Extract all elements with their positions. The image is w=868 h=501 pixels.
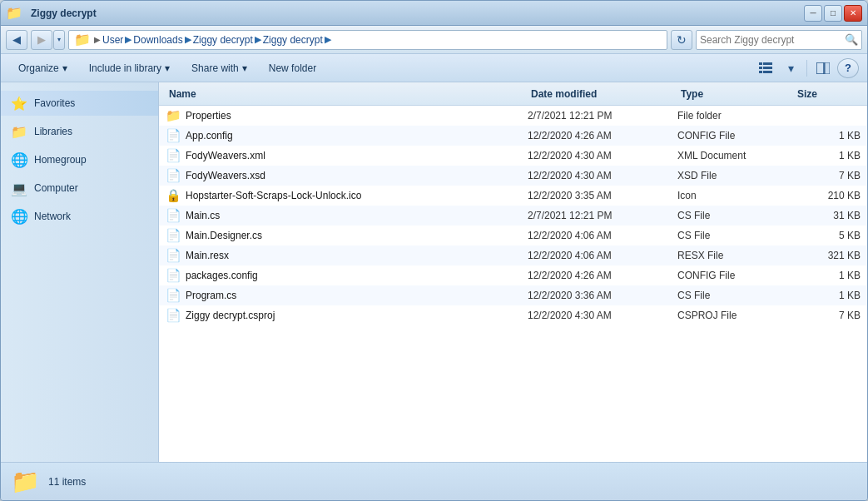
svg-rect-5 — [763, 71, 772, 73]
include-library-button[interactable]: Include in library ▾ — [80, 57, 179, 79]
breadcrumb-downloads[interactable]: Downloads — [133, 34, 182, 46]
file-name: Main.resx — [186, 250, 229, 261]
file-size: 1 KB — [794, 150, 861, 161]
sidebar-item-network[interactable]: 🌐 Network — [1, 204, 158, 229]
file-rows-container: 📁 Properties 2/7/2021 12:21 PM File fold… — [159, 106, 867, 325]
col-header-type[interactable]: Type — [677, 88, 794, 100]
svg-rect-6 — [816, 62, 824, 74]
file-size: 1 KB — [794, 130, 861, 141]
explorer-window: 📁 Ziggy decrypt ─ □ ✕ ◀ ▶ ▾ 📁 ▶ User ▶ D… — [0, 0, 868, 501]
file-name-cell: 📄 App.config — [166, 128, 528, 143]
file-size: 1 KB — [794, 290, 861, 301]
breadcrumb-ziggy2[interactable]: Ziggy decrypt — [263, 34, 323, 46]
toolbar-right: ▾ ? — [755, 58, 859, 78]
window-controls: ─ □ ✕ — [804, 5, 862, 22]
window-title: Ziggy decrypt — [31, 7, 97, 19]
svg-rect-1 — [763, 62, 772, 65]
share-with-dropdown-icon: ▾ — [242, 62, 247, 74]
table-row[interactable]: 📄 Main.Designer.cs 12/2/2020 4:06 AM CS … — [159, 226, 867, 246]
file-date: 12/2/2020 3:36 AM — [528, 290, 677, 301]
favorites-label: Favorites — [34, 97, 75, 109]
table-row[interactable]: 📁 Properties 2/7/2021 12:21 PM File fold… — [159, 106, 867, 126]
file-size: 1 KB — [794, 270, 861, 281]
table-row[interactable]: 📄 FodyWeavers.xsd 12/2/2020 4:30 AM XSD … — [159, 166, 867, 186]
table-row[interactable]: 📄 Main.cs 2/7/2021 12:21 PM CS File 31 K… — [159, 206, 867, 226]
file-icon: 📁 — [166, 108, 181, 123]
share-with-button[interactable]: Share with ▾ — [182, 57, 256, 79]
search-input[interactable] — [700, 34, 841, 46]
sidebar-item-homegroup[interactable]: 🌐 Homegroup — [1, 147, 158, 172]
view-dropdown-button[interactable]: ▾ — [780, 58, 801, 78]
col-header-name[interactable]: Name — [166, 88, 528, 100]
breadcrumb-sep3: ▶ — [255, 34, 261, 45]
table-row[interactable]: 📄 FodyWeavers.xml 12/2/2020 4:30 AM XML … — [159, 146, 867, 166]
file-date: 12/2/2020 4:30 AM — [528, 170, 677, 181]
file-type: CONFIG File — [677, 130, 794, 141]
col-header-date[interactable]: Date modified — [528, 88, 677, 100]
back-button[interactable]: ◀ — [6, 30, 27, 50]
close-button[interactable]: ✕ — [844, 5, 862, 22]
file-size: 7 KB — [794, 310, 861, 321]
table-row[interactable]: 📄 packages.config 12/2/2020 4:26 AM CONF… — [159, 265, 867, 285]
file-type: CSPROJ File — [677, 310, 794, 321]
file-date: 12/2/2020 4:30 AM — [528, 150, 677, 161]
sidebar-item-libraries[interactable]: 📁 Libraries — [1, 119, 158, 144]
sidebar-item-favorites[interactable]: ⭐ Favorites — [1, 91, 158, 116]
file-name-cell: 📄 Program.cs — [166, 288, 528, 303]
preview-pane-button[interactable] — [812, 58, 834, 78]
file-icon: 📄 — [166, 268, 181, 283]
view-details-button[interactable] — [755, 58, 776, 78]
network-label: Network — [34, 211, 71, 222]
file-name: Ziggy decrypt.csproj — [186, 310, 275, 321]
table-row[interactable]: 📄 Ziggy decrypt.csproj 12/2/2020 4:30 AM… — [159, 305, 867, 325]
sidebar-item-computer[interactable]: 💻 Computer — [1, 176, 158, 201]
libraries-label: Libraries — [34, 126, 72, 137]
file-size: 321 KB — [794, 250, 861, 261]
new-folder-button[interactable]: New folder — [260, 57, 325, 79]
breadcrumb-folder-icon: 📁 — [74, 32, 91, 47]
minimize-button[interactable]: ─ — [804, 5, 822, 22]
file-size: 5 KB — [794, 230, 861, 241]
file-type: CONFIG File — [677, 270, 794, 281]
file-name-cell: 📄 Main.cs — [166, 208, 528, 223]
file-icon: 📄 — [166, 248, 181, 263]
status-bar: 📁 11 items — [1, 462, 867, 500]
col-header-size[interactable]: Size — [794, 88, 861, 100]
file-list: Name Date modified Type Size 📁 Propertie… — [159, 82, 867, 462]
column-header: Name Date modified Type Size — [159, 82, 867, 106]
organize-button[interactable]: Organize ▾ — [9, 57, 77, 79]
svg-rect-2 — [759, 67, 762, 69]
toolbar: Organize ▾ Include in library ▾ Share wi… — [1, 54, 867, 82]
file-type: XML Document — [677, 150, 794, 161]
details-view-icon — [759, 62, 772, 74]
share-with-label: Share with — [191, 62, 239, 74]
search-box: 🔍 — [696, 30, 862, 50]
computer-label: Computer — [34, 182, 78, 194]
file-date: 12/2/2020 4:30 AM — [528, 310, 677, 321]
table-row[interactable]: 📄 Program.cs 12/2/2020 3:36 AM CS File 1… — [159, 285, 867, 305]
refresh-button[interactable]: ↻ — [671, 30, 692, 50]
maximize-button[interactable]: □ — [824, 5, 842, 22]
file-name: App.config — [186, 130, 233, 141]
breadcrumb-user[interactable]: User — [102, 34, 123, 46]
file-icon: 📄 — [166, 308, 181, 323]
file-type: XSD File — [677, 170, 794, 181]
search-icon[interactable]: 🔍 — [845, 33, 858, 46]
file-name-cell: 📄 FodyWeavers.xsd — [166, 168, 528, 183]
file-name-cell: 🔒 Hopstarter-Soft-Scraps-Lock-Unlock.ico — [166, 188, 528, 203]
file-date: 12/2/2020 4:26 AM — [528, 270, 677, 281]
file-name-cell: 📄 Main.Designer.cs — [166, 228, 528, 243]
breadcrumb-ziggy1[interactable]: Ziggy decrypt — [193, 34, 253, 46]
table-row[interactable]: 🔒 Hopstarter-Soft-Scraps-Lock-Unlock.ico… — [159, 186, 867, 206]
file-name: packages.config — [186, 270, 258, 281]
table-row[interactable]: 📄 App.config 12/2/2020 4:26 AM CONFIG Fi… — [159, 126, 867, 146]
file-type: Icon — [677, 190, 794, 201]
file-type: CS File — [677, 230, 794, 241]
forward-button[interactable]: ▶ — [31, 30, 52, 50]
new-folder-label: New folder — [269, 62, 316, 74]
nav-dropdown-button[interactable]: ▾ — [53, 30, 65, 50]
help-button[interactable]: ? — [837, 58, 859, 78]
favorites-icon: ⭐ — [11, 95, 27, 112]
svg-rect-7 — [825, 62, 830, 74]
table-row[interactable]: 📄 Main.resx 12/2/2020 4:06 AM RESX File … — [159, 246, 867, 265]
